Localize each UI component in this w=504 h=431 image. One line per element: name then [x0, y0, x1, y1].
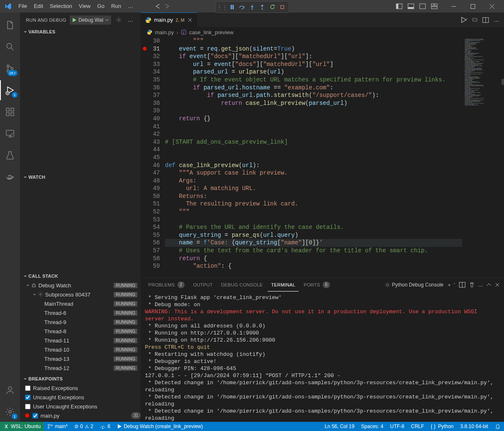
section-callstack[interactable]: ›CALL STACK	[20, 271, 141, 281]
settings-gear-icon[interactable]: 1	[0, 402, 20, 422]
extensions-icon[interactable]	[0, 102, 20, 122]
callstack-row[interactable]: ›Thread-8RUNNING	[20, 327, 141, 336]
grip-icon[interactable]: ⋮⋮	[218, 3, 227, 12]
minimap[interactable]: ▬▬▬▬▬▬▬▬▬▬▬▬▬▬▬▬▬▬▬▬▬▬▬▬▬▬▬▬▬▬▬▬▬▬▬▬ ▬▬▬…	[462, 37, 504, 278]
breadcrumb-file[interactable]: main.py	[155, 29, 174, 35]
status-cursor[interactable]: Ln 56, Col 19	[321, 422, 357, 431]
restart-icon[interactable]	[268, 3, 277, 12]
status-encoding[interactable]: UTF-8	[387, 422, 408, 431]
checkbox[interactable]	[33, 413, 38, 418]
window-maximize-icon[interactable]	[463, 0, 482, 13]
breadcrumb-symbol[interactable]: case_link_preview	[189, 29, 233, 35]
callstack-row[interactable]: ›Debug WatchRUNNING	[20, 281, 141, 290]
split-editor-icon[interactable]	[481, 15, 491, 25]
python-file-icon	[147, 29, 152, 35]
layout-right-icon[interactable]	[418, 2, 427, 11]
menu-view[interactable]: View	[76, 0, 94, 13]
panel-more-icon[interactable]: …	[478, 282, 483, 288]
stop-icon[interactable]	[278, 3, 287, 12]
more-icon[interactable]: …	[126, 16, 134, 24]
close-icon[interactable]	[187, 17, 193, 23]
nav-forward-icon[interactable]	[162, 2, 172, 11]
tab-more-icon[interactable]: …	[491, 15, 501, 25]
tab-terminal[interactable]: TERMINAL	[268, 278, 299, 292]
callstack-row[interactable]: ›Thread-13RUNNING	[20, 354, 141, 363]
tab-ports[interactable]: PORTS6	[300, 278, 333, 292]
layout-custom-icon[interactable]	[430, 2, 439, 11]
menu-file[interactable]: File	[15, 0, 30, 13]
menu-more[interactable]: …	[124, 0, 137, 13]
kill-terminal-icon[interactable]	[469, 282, 475, 288]
breakpoint-dot-icon[interactable]	[143, 47, 147, 51]
breakpoint-option[interactable]: Uncaught Exceptions	[20, 393, 141, 402]
source-control-icon[interactable]: 1K+	[0, 58, 20, 79]
tab-problems[interactable]: PROBLEMS2	[145, 278, 188, 292]
status-interpreter[interactable]: 3.8.10 64-bit	[457, 422, 491, 431]
pause-icon[interactable]	[228, 3, 237, 12]
gear-icon	[38, 292, 43, 297]
play-icon[interactable]	[72, 18, 77, 23]
run-file-icon[interactable]: ˅	[459, 15, 469, 25]
status-ports[interactable]: 6	[96, 422, 114, 431]
status-language[interactable]: { }Python	[428, 422, 457, 431]
terminal-profile[interactable]: Python Debug Console	[385, 282, 443, 288]
callstack-row[interactable]: ›Subprocess 80437RUNNING	[20, 290, 141, 299]
section-breakpoints[interactable]: ›BREAKPOINTS	[20, 374, 141, 383]
debug-config-select[interactable]: Debug Wat	[70, 15, 111, 25]
search-icon[interactable]	[0, 37, 20, 57]
status-eol[interactable]: CRLF	[408, 422, 427, 431]
menu-selection[interactable]: Selection	[46, 0, 75, 13]
run-debug-icon[interactable]: 1	[0, 80, 20, 100]
breakpoint-option[interactable]: User Uncaught Exceptions	[20, 402, 141, 411]
panel-close-icon[interactable]	[495, 282, 500, 287]
step-into-icon[interactable]	[248, 3, 257, 12]
terminal-output[interactable]: * Serving Flask app 'create_link_preview…	[141, 292, 504, 422]
breakpoint-file[interactable]: main.py31	[20, 411, 141, 420]
checkbox[interactable]	[25, 404, 30, 409]
breakpoint-option[interactable]: Raised Exceptions	[20, 383, 141, 393]
callstack-row[interactable]: ›Thread-12RUNNING	[20, 363, 141, 373]
checkbox[interactable]	[25, 385, 30, 391]
debug-settings-icon[interactable]	[114, 16, 123, 24]
callstack-row[interactable]: ›Thread-9RUNNING	[20, 317, 141, 327]
callstack-row[interactable]: ›Thread-6RUNNING	[20, 308, 141, 317]
remote-explorer-icon[interactable]	[0, 124, 20, 144]
debug-toolbar[interactable]: ⋮⋮	[215, 1, 289, 13]
status-branch[interactable]: main*	[44, 422, 71, 431]
callstack-row[interactable]: ›Thread-10RUNNING	[20, 345, 141, 354]
testing-icon[interactable]	[0, 145, 20, 165]
nav-back-icon[interactable]	[153, 2, 162, 11]
debug-file-icon[interactable]	[470, 15, 480, 25]
checkbox[interactable]	[25, 395, 30, 400]
callstack-row[interactable]: ›Thread-11RUNNING	[20, 336, 141, 345]
status-remote[interactable]: WSL: Ubuntu	[0, 422, 44, 431]
menu-run[interactable]: Run	[108, 0, 124, 13]
section-variables[interactable]: ›VARIABLES	[20, 27, 141, 36]
window-minimize-icon[interactable]	[444, 0, 463, 13]
step-out-icon[interactable]	[258, 3, 267, 12]
tab-output[interactable]: OUTPUT	[190, 278, 216, 292]
split-terminal-icon[interactable]	[459, 282, 466, 288]
panel-maximize-icon[interactable]	[486, 282, 491, 287]
new-terminal-icon[interactable]: ＋˅	[447, 281, 456, 289]
docker-icon[interactable]	[0, 167, 20, 187]
breadcrumb[interactable]: main.py › ƒ case_link_preview	[141, 27, 504, 37]
tab-debug-console[interactable]: DEBUG CONSOLE	[218, 278, 266, 292]
accounts-icon[interactable]	[0, 380, 20, 400]
explorer-icon[interactable]	[0, 15, 20, 35]
window-close-icon[interactable]	[482, 0, 501, 13]
status-debug[interactable]: Debug Watch (create_link_preview)	[114, 422, 206, 431]
section-callstack-label: CALL STACK	[28, 274, 58, 279]
step-over-icon[interactable]	[238, 3, 247, 12]
status-notifications-icon[interactable]	[491, 422, 504, 431]
tab-main-py[interactable]: main.py 2, M	[141, 13, 198, 27]
layout-left-icon[interactable]	[395, 2, 404, 11]
layout-bottom-icon[interactable]	[406, 2, 415, 11]
status-indent[interactable]: Spaces: 4	[358, 422, 387, 431]
menu-edit[interactable]: Edit	[30, 0, 46, 13]
callstack-row[interactable]: ›MainThreadRUNNING	[20, 299, 141, 308]
code-editor[interactable]: 3031323334353637383940414243444546474849…	[141, 37, 504, 278]
section-watch[interactable]: ›WATCH	[20, 172, 141, 182]
status-problems[interactable]: 0 2	[71, 422, 96, 431]
menu-go[interactable]: Go	[94, 0, 108, 13]
